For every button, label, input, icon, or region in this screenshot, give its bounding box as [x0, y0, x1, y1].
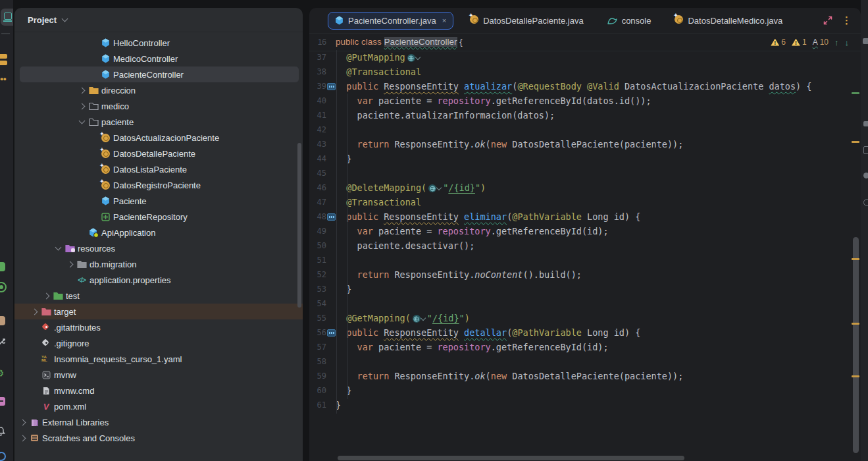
tree-item-mvnw[interactable]: mvnw [14, 367, 303, 383]
tree-item-datosactualizacionpaciente[interactable]: ✦DatosActualizacionPaciente [14, 130, 303, 146]
expand-icon[interactable] [823, 16, 832, 25]
ai-assistant-icon[interactable] [0, 262, 5, 271]
tree-item-pacientecontroller[interactable]: PacienteController [14, 67, 303, 82]
tree-item-target[interactable]: target [14, 304, 303, 319]
notifications-tool-icon[interactable] [863, 38, 868, 44]
next-problem-arrow-icon[interactable]: ↓ [845, 38, 850, 47]
chevron-right-icon[interactable] [78, 103, 85, 109]
project-panel-header[interactable]: Project [14, 8, 303, 32]
problems-icon[interactable] [0, 452, 6, 461]
chevron-right-icon[interactable] [78, 87, 85, 94]
code-line-37[interactable]: 37 @PutMapping [309, 50, 852, 65]
warning-count[interactable]: !6 [771, 38, 786, 47]
database-tool-icon[interactable] [863, 173, 868, 178]
inspections-widget[interactable]: !6 !1 A10 ↑ ↓ [771, 34, 849, 51]
endpoint-gutter-icon[interactable] [327, 213, 336, 221]
code-line-57[interactable]: 57 var paciente = repository.getReferenc… [309, 340, 852, 354]
tab-console[interactable]: console [600, 12, 659, 30]
typo-count[interactable]: A10 [813, 38, 829, 47]
editor-horizontal-scrollbar[interactable] [338, 456, 684, 460]
sticky-line[interactable]: 16 public class PacienteController { !6 … [309, 34, 861, 51]
tree-item-resources[interactable]: resources [14, 240, 303, 256]
tree-item-apiapplication[interactable]: ApiApplication [14, 225, 303, 240]
code-line-44[interactable]: 44 } [309, 151, 852, 166]
more-options-icon[interactable]: ⋮ [842, 17, 852, 24]
vcs-icon[interactable] [0, 282, 7, 292]
tree-item-paciente[interactable]: paciente [14, 114, 303, 130]
code-line-39[interactable]: 39 public ResponseEntity atualizar(@Requ… [309, 79, 852, 94]
devices-icon[interactable] [0, 316, 5, 325]
code-line-60[interactable]: 60 } [309, 383, 852, 398]
commit-tool-icon[interactable] [0, 54, 7, 59]
tree-item-datoslistapaciente[interactable]: ✦DatosListaPaciente [14, 161, 303, 177]
project-tool-icon[interactable] [1, 9, 13, 26]
chevron-right-icon[interactable] [43, 292, 49, 299]
tree-item-gitignore[interactable]: .gitignore [14, 335, 303, 351]
notifications-bell-icon[interactable] [0, 427, 5, 436]
code-line-40[interactable]: 40 var paciente = repository.getReferenc… [309, 94, 852, 108]
tree-item-gitattributes[interactable]: .gitattributes [14, 319, 303, 335]
tree-item-pacienterepository[interactable]: PacienteRepository [14, 209, 303, 225]
tree-item-direccion[interactable]: direccion [14, 82, 303, 98]
project-tree-scrollbar[interactable] [297, 143, 301, 308]
code-line-52[interactable]: 52 return ResponseEntity.noContent().bui… [309, 267, 852, 282]
code-line-55[interactable]: 55 @GetMapping("/{id}") [309, 311, 852, 325]
close-tab-icon[interactable]: × [442, 16, 446, 24]
code-line-50[interactable]: 50 paciente.desactivar(); [309, 238, 852, 253]
bookmarks-icon[interactable] [0, 397, 5, 406]
code-line-48[interactable]: 48 public ResponseEntity eliminar(@PathV… [309, 209, 852, 224]
tree-item-datosdetallepaciente[interactable]: ✦DatosDetallePaciente [14, 146, 303, 161]
code-line-53[interactable]: 53 } [309, 282, 852, 296]
tree-item-medicocontroller[interactable]: MedicoController [14, 51, 303, 67]
tree-item-medico[interactable]: medico [14, 98, 303, 114]
tree-item-db-migration[interactable]: db.migration [14, 256, 303, 272]
code-line-51[interactable]: 51 [309, 253, 852, 267]
code-line-43[interactable]: 43 return ResponseEntity.ok(new DatosDet… [309, 137, 852, 151]
code-line-58[interactable]: 58 [309, 354, 852, 369]
url-mapping-globe-icon[interactable] [413, 315, 425, 323]
tree-item-pom-xml[interactable]: Vpom.xml [14, 398, 303, 414]
tree-item-test[interactable]: test [14, 288, 303, 304]
tree-item-hellocontroller[interactable]: HelloController [14, 35, 303, 51]
tab-datosdetallemedico-java[interactable]: ✦DatosDetalleMedico.java [667, 11, 790, 30]
ai-tool-icon[interactable] [863, 199, 868, 206]
tree-item-datosregistropaciente[interactable]: ✦DatosRegistroPaciente [14, 177, 303, 193]
tree-item-external-libraries[interactable]: External Libraries [14, 414, 303, 430]
tree-item-mvnw-cmd[interactable]: mvnw.cmd [14, 383, 303, 398]
code-line-61[interactable]: 61} [309, 398, 852, 412]
gradle-tool-icon[interactable] [863, 121, 868, 126]
chevron-right-icon[interactable] [66, 261, 73, 267]
endpoint-gutter-icon[interactable] [327, 83, 336, 90]
code-line-46[interactable]: 46 @DeleteMapping("/{id}") [309, 180, 852, 195]
weak-warning-count[interactable]: !1 [792, 38, 807, 47]
endpoint-gutter-icon[interactable] [327, 329, 336, 337]
chevron-right-icon[interactable] [31, 308, 38, 315]
code-line-42[interactable]: 42 [309, 122, 852, 137]
code-area[interactable]: 37 @PutMapping38 @Transactional39 public… [309, 50, 852, 412]
tree-item-application-properties[interactable]: </>application.properties [14, 272, 303, 288]
code-line-59[interactable]: 59 return ResponseEntity.ok(new DatosDet… [309, 369, 852, 383]
tree-item-paciente[interactable]: Paciente [14, 193, 303, 209]
chevron-right-icon[interactable] [19, 419, 26, 425]
commit-tool-icon-2[interactable] [0, 61, 7, 65]
more-tools-icon[interactable]: ••• [0, 74, 7, 84]
tree-item-scratches-and-consoles[interactable]: Scratches and Consoles [14, 430, 303, 446]
url-mapping-globe-icon[interactable] [428, 184, 441, 192]
prev-problem-arrow-icon[interactable]: ↑ [834, 38, 839, 47]
maven-tool-icon[interactable] [863, 146, 868, 154]
build-wrench-icon[interactable] [0, 339, 5, 348]
code-line-54[interactable]: 54 [309, 296, 852, 311]
code-line-56[interactable]: 56 public ResponseEntity detallar(@PathV… [309, 325, 852, 340]
code-line-41[interactable]: 41 paciente.atualizarInformacion(datos); [309, 108, 852, 122]
code-line-49[interactable]: 49 var paciente = repository.getReferenc… [309, 224, 852, 238]
code-line-45[interactable]: 45 [309, 166, 852, 180]
tree-item-insomnia-requests-curso-1-yaml[interactable]: YAMLInsomnia_requests_curso_1.yaml [14, 351, 303, 367]
url-mapping-globe-icon[interactable] [407, 54, 420, 62]
code-line-38[interactable]: 38 @Transactional [309, 65, 852, 79]
tab-datosdetallepaciente-java[interactable]: ✦DatosDetallePaciente.java [463, 11, 590, 30]
code-line-47[interactable]: 47 @Transactional [309, 195, 852, 209]
tab-pacientecontroller-java[interactable]: PacienteController.java× [328, 12, 453, 30]
services-gear-icon[interactable]: ⚙ [0, 367, 4, 379]
chevron-right-icon[interactable] [19, 435, 26, 441]
editor-vertical-scrollbar[interactable] [853, 237, 859, 453]
